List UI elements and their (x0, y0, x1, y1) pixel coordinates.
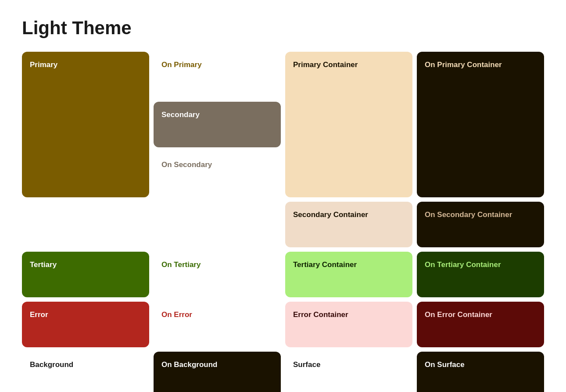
page-title: Light Theme (22, 18, 544, 39)
secondary-cell: Secondary (154, 102, 281, 147)
on-secondary-cell: On Secondary (154, 152, 281, 197)
primary-container-cell: Primary Container (285, 52, 412, 197)
on-tertiary-container-cell: On Tertiary Container (417, 252, 544, 297)
on-tertiary-cell: On Tertiary (154, 252, 281, 297)
error-container-cell: Error Container (285, 302, 412, 347)
error-cell: Error (22, 302, 149, 347)
on-background-cell: On Background (154, 352, 281, 392)
tertiary-cell: Tertiary (22, 252, 149, 297)
color-grid: Primary On Primary Primary Container On … (22, 52, 544, 392)
surface-cell: Surface (285, 352, 412, 392)
secondary-container-cell: Secondary Container (285, 202, 412, 247)
primary-cell: Primary (22, 52, 149, 197)
on-primary-container-cell: On Primary Container (417, 52, 544, 197)
on-secondary-container-cell: On Secondary Container (417, 202, 544, 247)
on-surface-cell: On Surface (417, 352, 544, 392)
on-primary-cell: On Primary (154, 52, 281, 97)
on-error-container-cell: On Error Container (417, 302, 544, 347)
tertiary-container-cell: Tertiary Container (285, 252, 412, 297)
background-cell: Background (22, 352, 149, 392)
on-error-cell: On Error (154, 302, 281, 347)
